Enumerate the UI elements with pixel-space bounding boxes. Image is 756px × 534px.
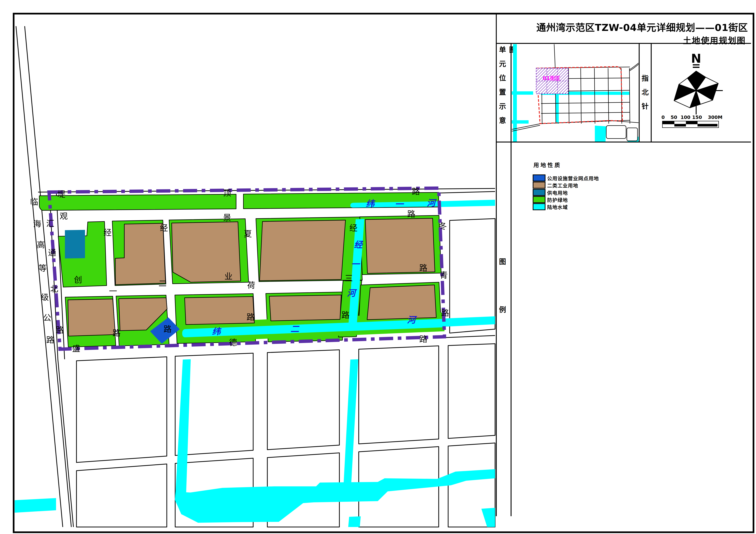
location-inset-map: 01街区 bbox=[512, 44, 638, 141]
legend-item-label: 公用设施营业网点用地 bbox=[547, 175, 599, 182]
inset-unit-label: 01街区 bbox=[543, 75, 560, 81]
scale-tick: 300M bbox=[708, 114, 722, 120]
inset-canal-h2 bbox=[512, 120, 528, 124]
inset-divider bbox=[496, 141, 751, 142]
scale-tick: 50 bbox=[670, 114, 677, 120]
page-title: 通州湾示范区TZW-04单元详细规划——01街区 bbox=[500, 20, 748, 34]
inset-unit-area: 01街区 bbox=[536, 68, 568, 94]
scale-bar: 0 50 100 150 300M bbox=[662, 114, 718, 128]
scale-tick: 100 bbox=[681, 114, 690, 120]
compass-label: 指北针 bbox=[639, 65, 651, 126]
legend-swatch-industrial bbox=[533, 182, 546, 189]
legend-item-label: 陆地水域 bbox=[547, 203, 568, 210]
inset-water-s1 bbox=[595, 126, 606, 141]
panel-divider bbox=[496, 14, 497, 516]
legend-item-label: 供电用地 bbox=[547, 189, 568, 196]
north-letter: N bbox=[691, 51, 701, 65]
legend-swatch-green bbox=[533, 196, 546, 203]
inset-canal-h1 bbox=[512, 91, 533, 95]
north-arrow: N bbox=[673, 50, 723, 119]
scale-bar-box bbox=[662, 121, 719, 128]
scale-tick: 150 bbox=[692, 114, 702, 120]
scale-tick: 0 bbox=[662, 114, 665, 120]
location-diagram-label: 单元位置示意图 bbox=[497, 46, 511, 143]
compass-rose bbox=[674, 71, 718, 108]
legend-item-label: 二类工业用地 bbox=[547, 182, 578, 189]
legend-item-label: 防护绿地 bbox=[547, 196, 568, 203]
legend-swatch-utility bbox=[533, 174, 546, 181]
legend-swatch-water bbox=[533, 203, 546, 210]
legend-swatch-power bbox=[533, 189, 546, 196]
legend-header: 用地性质 bbox=[533, 161, 561, 169]
legend-label: 图例 bbox=[497, 253, 511, 359]
